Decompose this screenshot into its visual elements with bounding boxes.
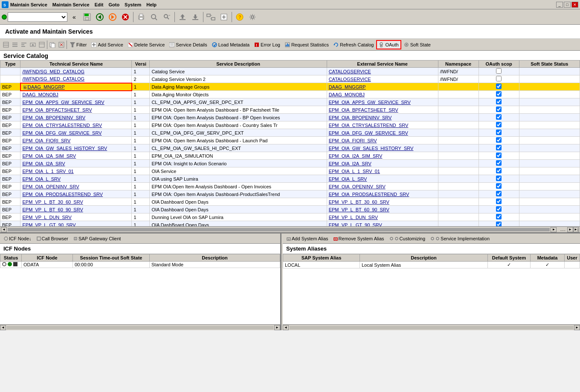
table-row[interactable]: BEPEPM_OIA_L_1_SRV_011OIA ServiceEPM_OIA… — [0, 167, 580, 175]
ext-name-link[interactable]: EPM_OIA_CTRYSALESTREND_SRV — [329, 123, 409, 128]
row-oauth[interactable] — [478, 175, 519, 183]
oauth-checkbox[interactable] — [496, 168, 502, 173]
hscroll-right[interactable]: ► — [551, 227, 557, 232]
sap-gateway-client-button[interactable]: SAP Gateway Client — [71, 234, 123, 243]
table-row[interactable]: BEPEPM_OIA_PRODSALESTREND_SRV1EPM OIA: O… — [0, 190, 580, 198]
service-name-link[interactable]: EPM_OIA_PRODSALESTREND_SRV — [22, 192, 103, 197]
ext-name-link[interactable]: EPM_VP_L_BT_60_90_SRV — [329, 207, 389, 212]
row-oauth[interactable] — [478, 106, 519, 114]
ext-name-link[interactable]: DAAG_MONOBJ — [329, 92, 365, 97]
row-ext-name[interactable]: EPM_OIA_BPOPENINV_SRV — [327, 114, 438, 121]
table-row[interactable]: BEPEPM_OIA_DFG_GW_SERVICE_SRV1CL_EPM_OIA… — [0, 129, 580, 137]
row-ext-name[interactable]: EPM_OIA_GW_SALES_HISTORY_SRV — [327, 144, 438, 152]
menu-maintain[interactable]: Maintain Service — [52, 2, 90, 7]
oauth-checkbox[interactable] — [496, 206, 502, 212]
table-row[interactable]: BEPEPM_VP_L_GT_90_SRV1OIA DashBoard Open… — [0, 221, 580, 227]
oauth-checkbox[interactable] — [496, 214, 502, 219]
row-name[interactable]: /IWFND/SG_MED_CATALOG — [20, 68, 132, 75]
ext-name-link[interactable]: DAAG_MNGGRP — [329, 84, 366, 89]
service-name-link[interactable]: EPM_OIA_L_1_SRV_01 — [22, 169, 73, 174]
table-row[interactable]: BEPEPM_OIA_I2A_SRV1EPM OIA: Insight to A… — [0, 160, 580, 167]
row-ext-name[interactable]: EPM_VP_L_BT_60_90_SRV — [327, 206, 438, 213]
row-oauth[interactable] — [478, 221, 519, 227]
row-name[interactable]: EPM_OIA_OPENINV_SRV — [20, 183, 132, 190]
row-name[interactable]: EPM_OIA_APPS_GW_SERVICE_SRV — [20, 98, 132, 106]
row-oauth[interactable] — [478, 198, 519, 206]
oauth-checkbox[interactable] — [496, 122, 502, 127]
service-name-link[interactable]: EPM_OIA_GW_SALES_HISTORY_SRV — [22, 146, 107, 151]
remove-system-alias-button[interactable]: Remove System Alias — [331, 234, 386, 243]
row-ext-name[interactable]: EPM_OIA_I2A_SRV — [327, 160, 438, 167]
nav-first-button[interactable]: « — [68, 11, 80, 23]
row-name[interactable]: EPM_OIA_I2A_SRV — [20, 160, 132, 167]
settings-button[interactable] — [246, 11, 258, 23]
table-row[interactable]: BEPEPM_OIA_L_SRV1OIA using SAP LumiraEPM… — [0, 175, 580, 183]
service-name-link[interactable]: DAAG_MONOBJ — [22, 92, 58, 97]
row-name[interactable]: DAAG_MONOBJ — [20, 91, 132, 98]
delete-service-button[interactable]: Delete Service — [126, 40, 167, 49]
row-name[interactable]: EPM_VP_L_DUN_SRV — [20, 213, 132, 221]
ext-name-link[interactable]: EPM_OIA_I2A_SRV — [329, 161, 371, 166]
row-ext-name[interactable]: EPM_OIA_APPS_GW_SERVICE_SRV — [327, 98, 438, 106]
row-oauth[interactable] — [478, 213, 519, 221]
hscroll-left[interactable]: ◄ — [1, 227, 7, 232]
ext-name-link[interactable]: EPM_OIA_DFG_GW_SERVICE_SRV — [329, 130, 408, 135]
table-row[interactable]: BEPEPM_OIA_GW_SALES_HISTORY_SRV1CL_EPM_O… — [0, 144, 580, 152]
row-name[interactable]: /IWFND/SG_MED_CATALOG — [20, 75, 132, 83]
service-name-link[interactable]: /IWFND/SG_MED_CATALOG — [22, 69, 84, 74]
service-name-link[interactable]: /IWFND/SG_MED_CATALOG — [22, 76, 84, 81]
table-row[interactable]: BEPEPM_VP_L_BT_30_60_SRV1OIA Dashboard O… — [0, 198, 580, 206]
row-ext-name[interactable]: EPM_OIA_I2A_SIM_SRV — [327, 152, 438, 160]
service-implementation-button[interactable]: Service Implementation — [428, 234, 492, 243]
row-name[interactable]: EPM_OIA_CTRYSALESTREND_SRV — [20, 121, 132, 129]
ext-name-link[interactable]: EPM_OIA_BPFACTSHEET_SRV — [329, 107, 398, 112]
add-service-button[interactable]: Add Service — [89, 40, 125, 49]
oauth-checkbox[interactable] — [496, 183, 502, 189]
service-name-link[interactable]: DAAG_MNGGRP — [28, 84, 65, 89]
row-name[interactable]: EPM_OIA_BPFACTSHEET_SRV — [20, 106, 132, 114]
toolbar-icon-3[interactable] — [20, 40, 28, 49]
soft-state-button[interactable]: Soft State — [402, 40, 433, 49]
service-name-link[interactable]: EPM_VP_L_BT_30_60_SRV — [22, 199, 83, 205]
row-oauth[interactable] — [478, 167, 519, 175]
oauth-button[interactable]: OAuth — [376, 40, 401, 49]
table-row[interactable]: BEPEPM_OIA_FIORI_SRV1EPM OIA: Open Item … — [0, 137, 580, 144]
row-oauth[interactable] — [478, 83, 519, 91]
ext-name-link[interactable]: EPM_OIA_I2A_SIM_SRV — [329, 153, 383, 159]
menu-edit[interactable]: Edit — [95, 2, 104, 7]
toolbar-icon-7[interactable] — [57, 40, 66, 49]
oauth-checkbox[interactable] — [496, 91, 502, 97]
upload-button[interactable] — [177, 11, 188, 23]
table-row[interactable]: BEPEPM_OIA_APPS_GW_SERVICE_SRV1CL_EPM_OI… — [0, 98, 580, 106]
back-button[interactable] — [94, 11, 106, 23]
menu-system[interactable]: System — [125, 2, 141, 7]
table-row[interactable]: BEPEPM_OIA_I2A_SIM_SRV1EPM_OIA_I2A_SIMUL… — [0, 152, 580, 160]
row-oauth[interactable] — [478, 160, 519, 167]
row-name[interactable]: EPM_OIA_L_1_SRV_01 — [20, 167, 132, 175]
row-ext-name[interactable]: EPM_OIA_PRODSALESTREND_SRV — [327, 190, 438, 198]
customizing-button[interactable]: Customizing — [387, 234, 428, 243]
row-ext-name[interactable]: EPM_OIA_CTRYSALESTREND_SRV — [327, 121, 438, 129]
ext-name-link[interactable]: CATALOGSERVICE — [329, 77, 371, 82]
service-name-link[interactable]: EPM_OIA_FIORI_SRV — [22, 138, 70, 143]
toolbar-icon-4[interactable] — [29, 40, 37, 49]
row-ext-name[interactable]: DAAG_MONOBJ — [327, 91, 438, 98]
oauth-checkbox[interactable] — [496, 222, 502, 226]
row-oauth[interactable] — [478, 144, 519, 152]
ext-name-link[interactable]: EPM_VP_L_DUN_SRV — [329, 215, 378, 220]
table-row[interactable]: BEP⧉DAAG_MNGGRP1Data Aging Manage Groups… — [0, 83, 580, 91]
row-ext-name[interactable]: EPM_VP_L_BT_30_60_SRV — [327, 198, 438, 206]
oauth-checkbox[interactable] — [496, 99, 502, 104]
row-ext-name[interactable]: EPM_OIA_FIORI_SRV — [327, 137, 438, 144]
row-ext-name[interactable]: EPM_OIA_L_1_SRV_01 — [327, 167, 438, 175]
oauth-checkbox[interactable] — [496, 199, 502, 204]
ext-name-link[interactable]: EPM_OIA_L_SRV — [329, 176, 367, 182]
oauth-checkbox[interactable] — [496, 68, 502, 74]
toolbar-icon-1[interactable] — [2, 40, 10, 49]
minimize-button[interactable]: _ — [556, 2, 563, 8]
row-ext-name[interactable]: EPM_OIA_L_SRV — [327, 175, 438, 183]
row-name[interactable]: EPM_OIA_PRODSALESTREND_SRV — [20, 190, 132, 198]
row-oauth[interactable] — [478, 75, 519, 83]
cancel-button[interactable] — [119, 11, 131, 23]
service-name-link[interactable]: EPM_OIA_DFG_GW_SERVICE_SRV — [22, 130, 102, 135]
